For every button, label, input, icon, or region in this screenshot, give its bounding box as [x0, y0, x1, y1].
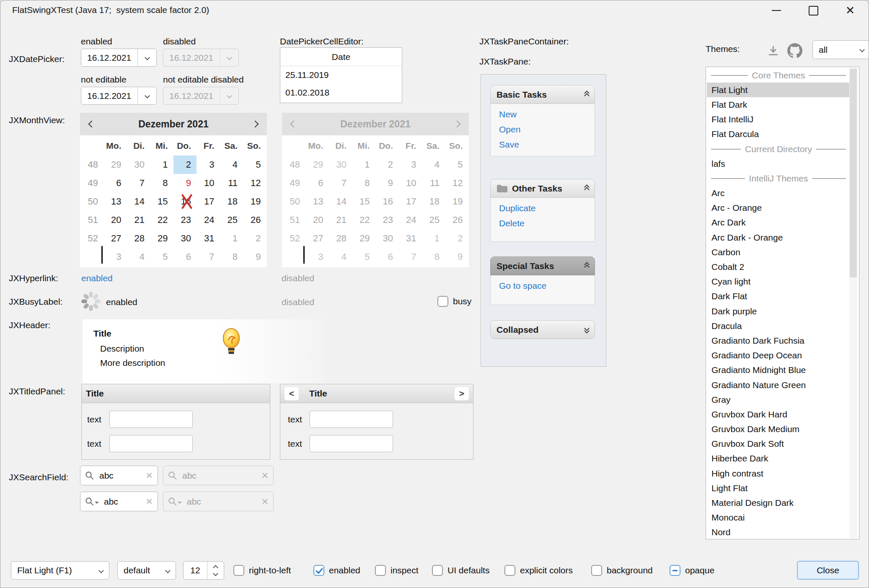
theme-item-nord[interactable]: Nord [707, 525, 850, 539]
theme-item-dracula[interactable]: Dracula [707, 319, 850, 333]
text-field[interactable] [109, 435, 193, 452]
day-cell[interactable]: 27 [103, 229, 127, 248]
theme-item-hiberbee-dark[interactable]: Hiberbee Dark [707, 451, 850, 466]
taskpane-header[interactable]: Collapsed [490, 320, 595, 339]
day-cell[interactable]: 21 [127, 211, 150, 229]
theme-item-gruvbox-dark-hard[interactable]: Gruvbox Dark Hard [707, 407, 850, 422]
theme-item-cobalt-2[interactable]: Cobalt 2 [707, 259, 850, 274]
day-cell[interactable]: 12 [243, 174, 266, 192]
task-link-delete[interactable]: Delete [491, 216, 595, 231]
close-button[interactable]: Close [797, 561, 859, 580]
checkbox-opaque[interactable]: opaque [670, 565, 714, 576]
day-cell[interactable]: 10 [197, 174, 220, 192]
search-field[interactable]: abc✕ [80, 466, 158, 485]
day-cell[interactable]: 23 [173, 211, 197, 229]
day-cell[interactable]: 26 [243, 211, 266, 229]
day-cell[interactable]: 19 [243, 192, 266, 211]
datepicker-dropdown-button[interactable] [137, 87, 156, 104]
theme-item-gradianto-deep-ocean[interactable]: Gradianto Deep Ocean [707, 348, 850, 363]
day-cell[interactable]: 14 [127, 192, 150, 211]
themes-list[interactable]: Core ThemesFlat LightFlat DarkFlat Intel… [706, 67, 859, 539]
day-cell[interactable]: 5 [150, 248, 173, 266]
task-link-save[interactable]: Save [491, 137, 595, 152]
task-link-open[interactable]: Open [491, 122, 595, 137]
hyperlink-enabled[interactable]: enabled [81, 273, 113, 283]
day-cell[interactable]: 8 [220, 248, 243, 266]
clear-search-icon[interactable]: ✕ [145, 497, 153, 507]
day-cell[interactable]: 7 [197, 248, 220, 266]
search-field[interactable]: abc✕ [80, 492, 158, 511]
day-cell[interactable]: 9 [173, 174, 197, 192]
theme-item-gray[interactable]: Gray [707, 392, 850, 407]
theme-item-gruvbox-dark-soft[interactable]: Gruvbox Dark Soft [707, 437, 850, 451]
checkbox-box[interactable] [432, 565, 443, 576]
datepicker-value[interactable]: 16.12.2021 [81, 53, 137, 63]
scrollbar-thumb[interactable] [850, 69, 857, 277]
taskpane-header[interactable]: Basic Tasks [490, 85, 595, 104]
datepicker-dropdown-button[interactable] [137, 49, 156, 66]
day-cell[interactable]: 1 [150, 155, 173, 174]
day-cell[interactable]: 4 [127, 248, 150, 266]
day-cell[interactable]: 2 [243, 229, 266, 248]
checkbox-background[interactable]: background [591, 565, 653, 576]
taskpane-header[interactable]: Other Tasks [490, 179, 595, 198]
day-cell[interactable]: 22 [150, 211, 173, 229]
checkbox-box[interactable] [375, 565, 386, 576]
title-bar[interactable]: FlatSwingXTest (Java 17; system scale fa… [0, 0, 869, 21]
day-cell[interactable]: 17 [197, 192, 220, 211]
themes-scrollbar[interactable] [849, 68, 857, 538]
close-window-button[interactable]: ✕ [836, 0, 864, 21]
task-link-duplicate[interactable]: Duplicate [491, 201, 595, 216]
theme-item-dark-flat[interactable]: Dark Flat [707, 289, 850, 304]
day-cell[interactable]: 4 [220, 155, 243, 174]
github-button[interactable] [785, 41, 805, 61]
checkbox-enabled[interactable]: enabled [313, 565, 360, 576]
day-cell[interactable]: 9 [243, 248, 266, 266]
table-row[interactable]: 01.02.2018 [280, 84, 402, 101]
task-link-go-to-space[interactable]: Go to space [491, 278, 595, 293]
checkbox-box[interactable] [670, 565, 680, 576]
theme-item-arc-orange[interactable]: Arc - Orange [707, 201, 850, 215]
theme-item-flat-dark[interactable]: Flat Dark [707, 97, 850, 112]
theme-item-lafs[interactable]: lafs [707, 156, 850, 171]
titled-panel-prev-button[interactable]: < [284, 386, 299, 401]
theme-item-gradianto-nature-green[interactable]: Gradianto Nature Green [707, 378, 850, 392]
text-field[interactable] [109, 411, 193, 428]
day-cell[interactable]: 3 [103, 248, 127, 266]
checkbox-inspect[interactable]: inspect [375, 565, 419, 576]
theme-item-dark-purple[interactable]: Dark purple [707, 304, 850, 319]
theme-item-material-design-dark[interactable]: Material Design Dark [707, 495, 850, 510]
style-combo[interactable]: default [117, 561, 176, 580]
laf-combo[interactable]: Flat Light (F1) [11, 561, 109, 580]
day-cell[interactable]: 18 [220, 192, 243, 211]
text-field[interactable] [310, 411, 393, 428]
day-cell[interactable]: 28 [127, 229, 150, 248]
table-row[interactable]: 25.11.2019 [280, 66, 402, 84]
day-cell[interactable]: 30 [173, 229, 197, 248]
themes-filter-combo[interactable]: all [812, 40, 869, 59]
monthview-enabled[interactable]: Dezember 2021Mo.Di.Mi.Do.Fr.Sa.So.482930… [80, 113, 267, 268]
text-field[interactable] [310, 435, 393, 452]
day-cell[interactable]: 6 [103, 174, 127, 192]
day-cell[interactable]: 11 [220, 174, 243, 192]
theme-item-light-flat[interactable]: Light Flat [707, 481, 850, 495]
day-cell[interactable]: 7 [127, 174, 150, 192]
checkbox-explicit-colors[interactable]: explicit colors [504, 565, 573, 576]
checkbox-ui-defaults[interactable]: UI defaults [432, 565, 489, 576]
theme-item-arc-dark[interactable]: Arc Dark [707, 215, 850, 230]
day-cell[interactable]: 20 [103, 211, 127, 229]
day-cell[interactable]: 6 [173, 248, 197, 266]
datepicker-not-editable[interactable]: 16.12.2021 [81, 87, 157, 105]
table-header-date[interactable]: Date [280, 48, 402, 66]
date-table[interactable]: Date 25.11.2019 01.02.2018 [280, 47, 402, 103]
day-cell[interactable]: 25 [220, 211, 243, 229]
theme-item-flat-darcula[interactable]: Flat Darcula [707, 127, 850, 142]
busy-checkbox[interactable]: busy [437, 296, 471, 307]
day-cell[interactable]: 29 [150, 229, 173, 248]
busy-checkbox-box[interactable] [437, 296, 448, 307]
day-cell[interactable]: 5 [243, 155, 266, 174]
day-cell[interactable]: 15 [150, 192, 173, 211]
task-link-new[interactable]: New [491, 107, 595, 122]
checkbox-box[interactable] [504, 565, 515, 576]
day-cell[interactable]: 16 [173, 192, 197, 211]
